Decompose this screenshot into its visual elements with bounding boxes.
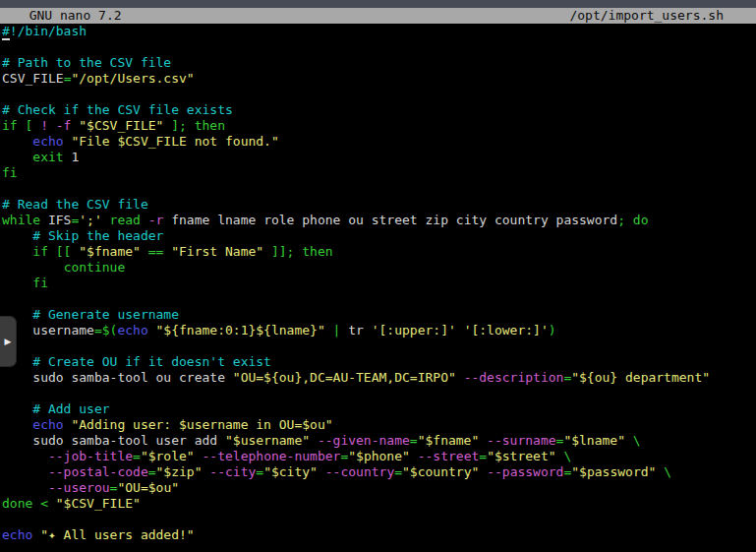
- code-line: exit 1: [2, 150, 756, 165]
- terminal-window: { "titlebar": { "app": " GNU nano 7.2", …: [0, 0, 756, 552]
- code-line: [2, 291, 756, 307]
- code-line: echo "✦ All users added!": [2, 527, 756, 543]
- editor-content[interactable]: #!/bin/bash# Path to the CSV fileCSV_FIL…: [0, 24, 756, 543]
- code-line: echo "Adding user: $username in OU=$ou": [2, 417, 756, 433]
- code-line: sudo samba-tool ou create "OU=${ou},DC=A…: [2, 370, 756, 386]
- code-line: continue: [2, 260, 756, 276]
- code-line: [2, 87, 756, 102]
- code-line: while IFS=';' read -r fname lname role p…: [2, 213, 756, 228]
- code-line: username=$(echo "${fname:0:1}${lname}" |…: [2, 323, 756, 338]
- expand-arrow-icon: ▶: [5, 337, 12, 346]
- code-line: [2, 386, 756, 401]
- code-line: --postal-code="$zip" --city="$city" --co…: [2, 464, 756, 480]
- code-line: [2, 512, 756, 527]
- code-line: fi: [2, 276, 756, 291]
- window-top-strip: [0, 0, 756, 8]
- code-line: sudo samba-tool user add "$username" --g…: [2, 433, 756, 449]
- code-line: # Check if the CSV file exists: [2, 102, 756, 118]
- code-line: #!/bin/bash: [2, 24, 756, 39]
- code-line: done < "$CSV_FILE": [2, 496, 756, 512]
- code-line: # Skip the header: [2, 228, 756, 244]
- code-line: CSV_FILE="/opt/Users.csv": [2, 71, 756, 87]
- code-line: [2, 181, 756, 197]
- code-line: [2, 39, 756, 55]
- code-line: # Path to the CSV file: [2, 55, 756, 71]
- code-line: fi: [2, 165, 756, 181]
- drawer-expand-handle[interactable]: ▶: [0, 316, 17, 367]
- code-line: --job-title="$role" --telephone-number="…: [2, 449, 756, 464]
- code-line: [2, 338, 756, 354]
- code-line: # Generate username: [2, 307, 756, 323]
- code-line: echo "File $CSV_FILE not found.": [2, 134, 756, 150]
- code-line: if [[ "$fname" == "First Name" ]]; then: [2, 244, 756, 260]
- nano-app-version: GNU nano 7.2: [14, 8, 122, 24]
- nano-file-path: /opt/import_users.sh: [569, 8, 724, 24]
- nano-titlebar: GNU nano 7.2 /opt/import_users.sh: [0, 8, 756, 24]
- code-line: if [ ! -f "$CSV_FILE" ]; then: [2, 118, 756, 134]
- code-line: # Add user: [2, 401, 756, 417]
- code-line: # Create OU if it doesn't exist: [2, 354, 756, 370]
- code-line: --userou="OU=$ou": [2, 480, 756, 496]
- code-line: # Read the CSV file: [2, 197, 756, 213]
